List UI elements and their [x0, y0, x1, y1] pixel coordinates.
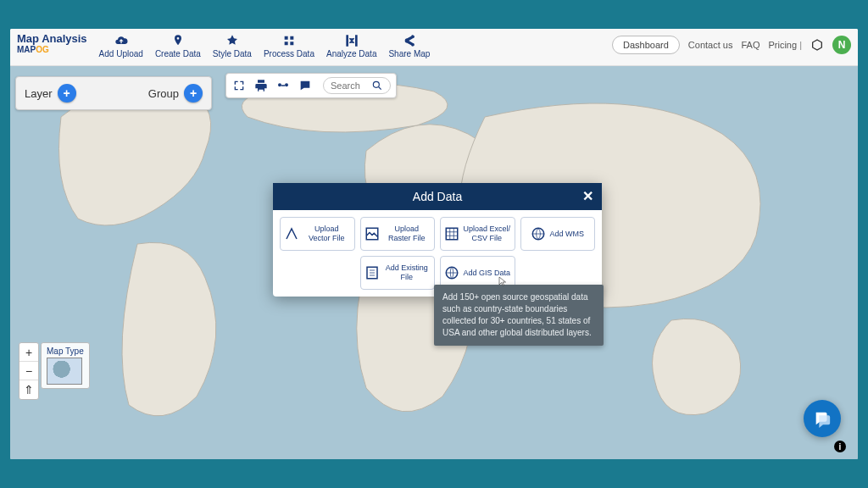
menu-add-upload[interactable]: Add Upload [94, 32, 148, 60]
add-layer-button[interactable]: + [58, 84, 76, 103]
chat-fab[interactable] [804, 400, 841, 437]
zoom-control: + − ⇑ [19, 342, 39, 400]
cube-icon[interactable] [810, 38, 824, 52]
spreadsheet-icon [444, 226, 459, 241]
analyze-icon [345, 34, 359, 47]
north-button[interactable]: ⇑ [19, 380, 38, 399]
card-label: Upload Raster File [383, 225, 431, 243]
top-menubar: Map Analysis MAPOG Add Upload Create Dat… [10, 29, 858, 66]
brand-title: Map Analysis [17, 32, 87, 45]
maptype-panel[interactable]: Map Type [41, 342, 90, 389]
add-group-button[interactable]: + [184, 84, 203, 103]
menu-analyze-data[interactable]: Analyze Data [321, 32, 381, 60]
group-label: Group [148, 87, 179, 100]
card-upload-vector[interactable]: Upload Vector File [280, 217, 355, 251]
globe-icon [531, 226, 546, 241]
modal-title: Add Data [413, 190, 462, 203]
raster-icon [364, 226, 380, 241]
card-upload-raster[interactable]: Upload Raster File [360, 217, 436, 251]
card-add-existing[interactable]: Add Existing File [360, 256, 436, 290]
fullscreen-icon[interactable] [231, 78, 247, 93]
layer-section: Layer + [25, 84, 76, 103]
menu-share-map[interactable]: Share Map [383, 32, 435, 60]
card-add-wms[interactable]: Add WMS [520, 217, 596, 251]
svg-rect-3 [446, 228, 458, 240]
dashboard-button[interactable]: Dashboard [612, 36, 680, 54]
cloud-upload-icon [114, 34, 128, 47]
style-icon [225, 34, 239, 47]
pricing-link[interactable]: Pricing | [768, 40, 802, 50]
maptype-thumb [47, 358, 82, 385]
pin-icon [171, 34, 185, 47]
menu-style-data[interactable]: Style Data [208, 32, 257, 60]
contact-link[interactable]: Contact us [688, 40, 733, 50]
brand-subtitle: MAPOG [17, 45, 87, 54]
modal-header: Add Data ✕ [273, 183, 602, 210]
measure-icon[interactable] [275, 78, 291, 93]
svg-point-1 [373, 81, 379, 87]
menu-process-data[interactable]: Process Data [259, 32, 320, 60]
search-input[interactable] [331, 80, 371, 91]
process-icon [282, 34, 296, 47]
layer-panel: Layer + Group + [15, 76, 212, 110]
card-label: Add WMS [549, 230, 584, 239]
search-icon [371, 80, 383, 92]
maptype-label: Map Type [47, 347, 84, 356]
card-label: Add Existing File [383, 263, 431, 282]
modal-body: Upload Vector File Upload Raster File Up… [273, 210, 602, 297]
group-section: Group + [148, 84, 203, 103]
card-label: Upload Excel/ CSV File [463, 225, 511, 243]
add-data-modal: Add Data ✕ Upload Vector File Upload Ras… [273, 183, 602, 297]
info-badge[interactable]: i [834, 441, 846, 452]
file-icon [364, 265, 380, 280]
close-icon[interactable]: ✕ [582, 188, 593, 204]
vector-icon [284, 226, 299, 241]
comment-icon[interactable] [298, 78, 313, 93]
gis-tooltip: Add 150+ open source geospatial data suc… [434, 285, 604, 346]
card-label: Add GIS Data [463, 269, 510, 278]
zoom-in-button[interactable]: + [19, 343, 38, 362]
avatar[interactable]: N [832, 36, 851, 54]
print-icon[interactable] [253, 78, 269, 93]
globe-data-icon [444, 265, 459, 280]
zoom-out-button[interactable]: − [19, 362, 38, 380]
brand: Map Analysis MAPOG [17, 32, 87, 54]
menu-items: Add Upload Create Data Style Data Proces… [94, 32, 436, 60]
faq-link[interactable]: FAQ [741, 40, 760, 50]
card-upload-excel[interactable]: Upload Excel/ CSV File [440, 217, 515, 251]
app-frame: Map Analysis MAPOG Add Upload Create Dat… [10, 29, 858, 459]
card-label: Upload Vector File [303, 225, 351, 243]
menubar-right: Dashboard Contact us FAQ Pricing | N [612, 36, 851, 54]
map-toolbar [225, 73, 397, 98]
layer-label: Layer [25, 87, 53, 100]
share-icon [403, 34, 416, 47]
chat-icon [813, 409, 832, 428]
search-box[interactable] [323, 77, 391, 94]
menu-create-data[interactable]: Create Data [150, 32, 206, 60]
